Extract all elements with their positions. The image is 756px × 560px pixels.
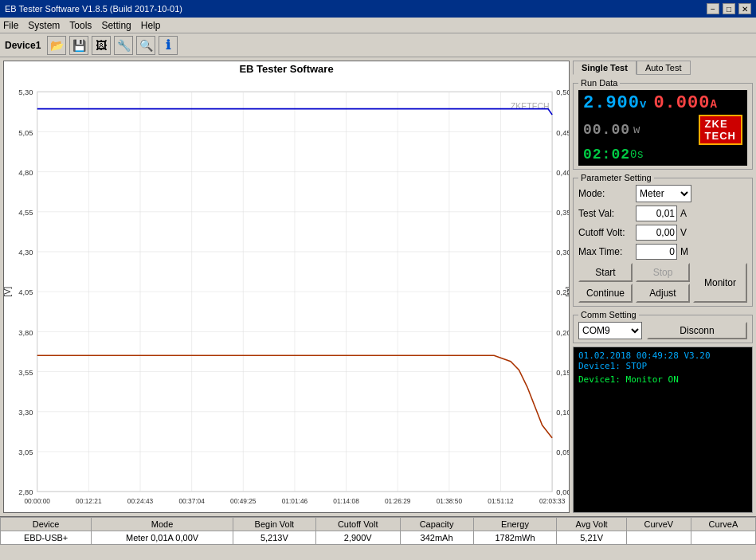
- svg-text:0,45: 0,45: [556, 128, 569, 137]
- title-bar-buttons: − □ ✕: [707, 3, 751, 14]
- title-text: EB Tester Software V1.8.5 (Build 2017-10…: [5, 4, 182, 14]
- minimize-button[interactable]: −: [707, 3, 719, 14]
- svg-text:5,05: 5,05: [18, 128, 33, 137]
- save-button[interactable]: 💾: [69, 36, 88, 55]
- stop-button[interactable]: Stop: [636, 263, 690, 282]
- max-time-input[interactable]: [636, 244, 677, 260]
- col-begin-volt: Begin Volt: [233, 518, 315, 531]
- test-val-input[interactable]: [636, 206, 677, 221]
- cutoff-volt-input[interactable]: [636, 225, 677, 241]
- svg-text:0,00: 0,00: [556, 488, 569, 496]
- status-line1: 01.02.2018 00:49:28 V3.20: [578, 350, 747, 361]
- svg-text:00:37:04: 00:37:04: [178, 497, 205, 505]
- cell-curvea: [691, 531, 755, 545]
- svg-text:3,30: 3,30: [18, 408, 33, 417]
- svg-text:3,05: 3,05: [18, 448, 33, 456]
- col-capacity: Capacity: [400, 518, 473, 531]
- svg-text:0,15: 0,15: [556, 368, 569, 377]
- svg-text:0,05: 0,05: [556, 448, 569, 456]
- col-energy: Energy: [473, 518, 557, 531]
- main-content: EB Tester Software: [0, 57, 756, 516]
- max-time-label: Max Time:: [578, 246, 633, 257]
- info-button[interactable]: ℹ: [159, 36, 178, 55]
- svg-text:3,55: 3,55: [18, 368, 33, 377]
- button-area: Start Stop Continue Adjust Monitor: [578, 263, 747, 303]
- chart-svg: 5,30 5,05 4,80 4,55 4,30 4,05 3,80 3,55 …: [4, 76, 569, 513]
- param-setting-title: Parameter Setting: [578, 173, 654, 182]
- test-val-unit: A: [680, 208, 693, 219]
- svg-text:2,80: 2,80: [18, 488, 33, 496]
- comm-row: COM9 COM1 COM2 Disconn: [578, 322, 747, 339]
- close-button[interactable]: ✕: [738, 3, 751, 14]
- start-button[interactable]: Start: [578, 263, 633, 282]
- mode-select[interactable]: Meter CC CP: [636, 185, 691, 202]
- col-mode: Mode: [92, 518, 233, 531]
- param-setting-box: Parameter Setting Mode: Meter CC CP Test…: [573, 178, 753, 307]
- menu-help[interactable]: Help: [141, 20, 161, 31]
- svg-text:01:14:08: 01:14:08: [333, 497, 359, 505]
- menu-setting[interactable]: Setting: [101, 20, 131, 31]
- comm-setting-title: Comm Setting: [578, 310, 639, 319]
- run-data-row3: 02:02 0s: [583, 147, 742, 163]
- menu-tools[interactable]: Tools: [69, 20, 92, 31]
- svg-text:00:24:43: 00:24:43: [127, 497, 154, 505]
- run-data-title: Run Data: [578, 78, 620, 88]
- svg-text:0,40: 0,40: [556, 168, 569, 177]
- svg-text:4,80: 4,80: [18, 168, 33, 177]
- adjust-button[interactable]: Adjust: [636, 284, 690, 303]
- cutoff-volt-label: Cutoff Volt:: [578, 227, 633, 238]
- chart-area: EB Tester Software: [3, 61, 570, 513]
- cell-begin-volt: 5,213V: [233, 531, 315, 545]
- run-data-row2: 00.00 w ZKETECH: [583, 115, 742, 145]
- continue-button[interactable]: Continue: [578, 284, 633, 303]
- mode-row: Mode: Meter CC CP: [578, 185, 747, 202]
- menu-file[interactable]: File: [3, 20, 18, 31]
- table-row: EBD-USB+ Meter 0,01A 0,00V 5,213V 2,900V…: [1, 531, 756, 545]
- svg-text:5,30: 5,30: [18, 88, 33, 96]
- power-display: 00.00: [583, 122, 630, 138]
- run-data-row1: 2.900v 0.000A: [583, 93, 742, 113]
- comm-port-select[interactable]: COM9 COM1 COM2: [578, 322, 642, 339]
- cell-energy: 1782mWh: [473, 531, 557, 545]
- svg-text:0,30: 0,30: [556, 248, 569, 257]
- zke-logo: ZKETECH: [699, 115, 742, 145]
- svg-text:01:38:50: 01:38:50: [437, 497, 463, 505]
- test-val-label: Test Val:: [578, 208, 633, 219]
- open-button[interactable]: 📂: [47, 36, 66, 55]
- maximize-button[interactable]: □: [723, 3, 735, 14]
- max-time-row: Max Time: M: [578, 244, 747, 260]
- title-bar: EB Tester Software V1.8.5 (Build 2017-10…: [0, 0, 756, 18]
- image-button[interactable]: 🖼: [92, 36, 111, 55]
- status-line2: Device1: STOP: [578, 361, 747, 371]
- svg-text:[A]: [A]: [566, 287, 569, 297]
- test-val-row: Test Val: A: [578, 206, 747, 221]
- toolbar: Device1 📂 💾 🖼 🔧 🔍 ℹ: [0, 33, 756, 57]
- cell-mode: Meter 0,01A 0,00V: [92, 531, 233, 545]
- monitor-button[interactable]: Monitor: [693, 263, 747, 303]
- col-cutoff-volt: Cutoff Volt: [315, 518, 400, 531]
- svg-text:00:00:00: 00:00:00: [24, 497, 50, 505]
- cell-avg-volt: 5,21V: [557, 531, 626, 545]
- search-button[interactable]: 🔍: [136, 36, 155, 55]
- settings-button[interactable]: 🔧: [114, 36, 133, 55]
- col-device: Device: [1, 518, 92, 531]
- tab-single-test[interactable]: Single Test: [573, 61, 637, 75]
- left-buttons: Start Stop Continue Adjust: [578, 263, 690, 303]
- data-table: Device Mode Begin Volt Cutoff Volt Capac…: [0, 517, 756, 545]
- svg-text:0,50: 0,50: [556, 88, 569, 96]
- status-area: 01.02.2018 00:49:28 V3.20 Device1: STOP …: [573, 347, 753, 513]
- voltage-display: 2.900v: [583, 93, 647, 113]
- col-curvev: CurveV: [626, 518, 691, 531]
- svg-text:02:03:33: 02:03:33: [539, 497, 566, 505]
- disconn-button[interactable]: Disconn: [647, 322, 747, 339]
- tab-auto-test[interactable]: Auto Test: [637, 61, 691, 75]
- menu-system[interactable]: System: [28, 20, 60, 31]
- comm-setting-box: Comm Setting COM9 COM1 COM2 Disconn: [573, 315, 753, 343]
- chart-title: EB Tester Software: [4, 61, 569, 76]
- time-display: 02:02: [583, 147, 630, 163]
- mode-label: Mode:: [578, 188, 633, 199]
- cell-capacity: 342mAh: [400, 531, 473, 545]
- col-curvea: CurveA: [691, 518, 755, 531]
- svg-text:0,35: 0,35: [556, 208, 569, 217]
- tabs: Single Test Auto Test: [573, 61, 753, 75]
